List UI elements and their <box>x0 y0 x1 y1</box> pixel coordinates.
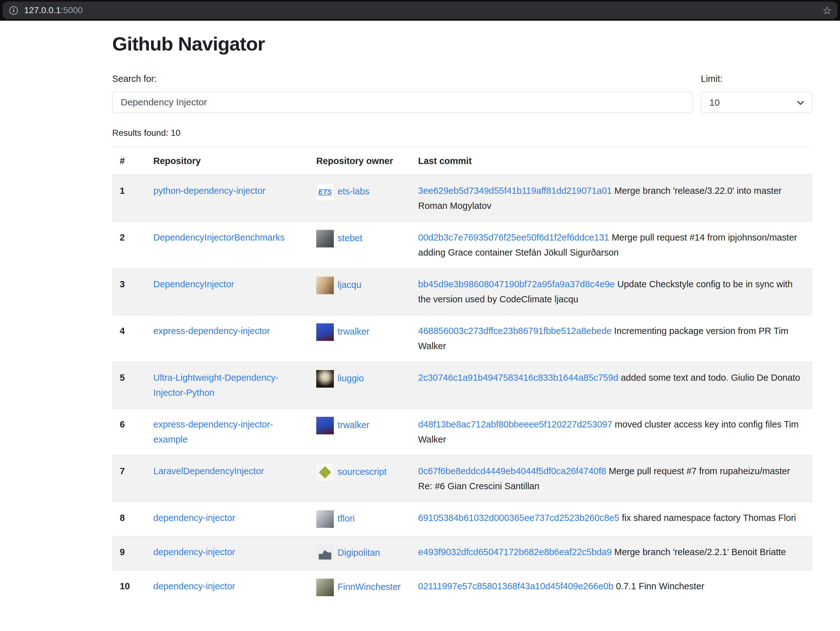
results-summary: Results found: 10 <box>112 128 812 138</box>
row-number: 10 <box>112 571 146 605</box>
owner-avatar <box>316 277 334 294</box>
repo-link[interactable]: Ultra-Lightweight-Dependency-Injector-Py… <box>153 373 279 398</box>
results-table: # Repository Repository owner Last commi… <box>112 147 812 604</box>
header-number: # <box>112 147 146 175</box>
row-number: 2 <box>112 222 146 269</box>
commit-hash-link[interactable]: 02111997e57c85801368f43a10d45f409e266e0b <box>418 581 613 591</box>
commit-hash-link[interactable]: d48f13be8ac712abf80bbeeee5f120227d253097 <box>418 419 612 429</box>
commit-hash-link[interactable]: 468856003c273dffce23b86791fbbe512a8ebede <box>418 326 611 336</box>
row-number: 6 <box>112 409 146 455</box>
url-host: 127.0.0.1 <box>24 5 61 15</box>
commit-hash-link[interactable]: 69105384b61032d000365ee737cd2523b260c8e5 <box>418 513 619 523</box>
url-port: :5000 <box>61 5 83 15</box>
commit-hash-link[interactable]: 2c30746c1a91b4947583416c833b1644a85c759d <box>418 373 618 383</box>
owner-link[interactable]: tflori <box>338 513 355 523</box>
row-number: 7 <box>112 455 146 502</box>
limit-select[interactable]: 10 <box>701 92 812 113</box>
repo-link[interactable]: express-dependency-injector <box>153 326 270 336</box>
repo-link[interactable]: DependencyInjector <box>153 279 234 289</box>
owner-link[interactable]: sourcescript <box>338 467 387 477</box>
table-row: 5 Ultra-Lightweight-Dependency-Injector-… <box>112 362 812 409</box>
owner-link[interactable]: liuggio <box>338 373 364 383</box>
header-last-commit: Last commit <box>411 147 812 175</box>
table-row: 3 DependencyInjector ljacqu bb45d9e3b986… <box>112 269 812 315</box>
commit-hash-link[interactable]: 3ee629eb5d7349d55f41b119aff81dd219071a01 <box>418 186 612 196</box>
table-row: 10 dependency-injector FinnWinchester 02… <box>112 571 812 605</box>
repo-link[interactable]: LaravelDependencyInjector <box>153 466 264 476</box>
repo-link[interactable]: dependency-injector <box>153 513 235 523</box>
commit-message: added some text and todo. Giulio De Dona… <box>621 373 800 383</box>
search-form: Search for: Limit: 10 <box>112 74 812 113</box>
owner-link[interactable]: trwalker <box>338 420 369 430</box>
owner-avatar <box>316 417 334 434</box>
owner-link[interactable]: stebet <box>338 233 362 243</box>
table-row: 9 dependency-injector Digipolitan e493f9… <box>112 536 812 571</box>
row-number: 5 <box>112 362 146 409</box>
limit-label: Limit: <box>701 74 812 84</box>
owner-avatar <box>316 370 334 387</box>
owner-link[interactable]: ets-labs <box>338 186 369 196</box>
owner-avatar <box>316 510 334 528</box>
repo-link[interactable]: DependencyInjectorBenchmarks <box>153 232 284 242</box>
row-number: 3 <box>112 269 146 315</box>
table-row: 1 python-dependency-injector ETSets-labs… <box>112 175 812 222</box>
page-title: Github Navigator <box>112 33 812 55</box>
row-number: 8 <box>112 502 146 536</box>
commit-message: 0.7.1 Finn Winchester <box>616 581 704 591</box>
owner-avatar <box>316 579 334 596</box>
owner-link[interactable]: ljacqu <box>338 280 362 290</box>
address-bar[interactable]: i 127.0.0.1:5000 ☆ <box>3 2 837 19</box>
search-group: Search for: <box>112 74 693 113</box>
owner-avatar <box>316 230 334 247</box>
owner-avatar <box>316 463 334 481</box>
table-row: 8 dependency-injector tflori 69105384b61… <box>112 502 812 536</box>
owner-link[interactable]: Digipolitan <box>338 547 380 558</box>
table-row: 6 express-dependency-injector-example tr… <box>112 409 812 455</box>
header-owner: Repository owner <box>309 147 411 175</box>
owner-avatar <box>316 544 334 562</box>
commit-message: fix shared namespace factory Thomas Flor… <box>622 513 796 523</box>
table-row: 4 express-dependency-injector trwalker 4… <box>112 315 812 362</box>
limit-group: Limit: 10 <box>701 74 812 113</box>
owner-link[interactable]: trwalker <box>338 326 369 337</box>
commit-hash-link[interactable]: e493f9032dfcd65047172b682e8b6eaf22c5bda9 <box>418 547 612 557</box>
page-content: Github Navigator Search for: Limit: 10 R… <box>112 33 812 604</box>
commit-hash-link[interactable]: bb45d9e3b98608047190bf72a95fa9a37d8c4e9e <box>418 279 615 289</box>
table-header-row: # Repository Repository owner Last commi… <box>112 147 812 175</box>
search-input[interactable] <box>112 92 693 113</box>
commit-hash-link[interactable]: 00d2b3c7e76935d76f25ee50f6d1f2ef6ddce131 <box>418 232 609 242</box>
repo-link[interactable]: dependency-injector <box>153 547 235 557</box>
commit-message: Merge branch 'release/2.2.1' Benoit Bria… <box>614 547 786 557</box>
repo-link[interactable]: dependency-injector <box>153 581 235 591</box>
ets-logo-text: ETS <box>319 188 332 196</box>
owner-avatar: ETS <box>316 183 334 201</box>
browser-bar: i 127.0.0.1:5000 ☆ <box>0 0 840 21</box>
bookmark-star-icon[interactable]: ☆ <box>823 5 832 16</box>
owner-link[interactable]: FinnWinchester <box>338 582 401 592</box>
row-number: 9 <box>112 536 146 571</box>
repo-link[interactable]: python-dependency-injector <box>153 186 265 196</box>
commit-hash-link[interactable]: 0c67f6be8eddcd4449eb4044f5df0ca26f4740f8 <box>418 466 606 476</box>
owner-avatar <box>316 323 334 341</box>
table-row: 7 LaravelDependencyInjector sourcescript… <box>112 455 812 502</box>
header-repository: Repository <box>146 147 309 175</box>
row-number: 1 <box>112 175 146 222</box>
row-number: 4 <box>112 315 146 362</box>
repo-link[interactable]: express-dependency-injector-example <box>153 419 273 444</box>
table-row: 2 DependencyInjectorBenchmarks stebet 00… <box>112 222 812 269</box>
search-label: Search for: <box>112 74 693 84</box>
site-info-icon[interactable]: i <box>9 6 18 15</box>
